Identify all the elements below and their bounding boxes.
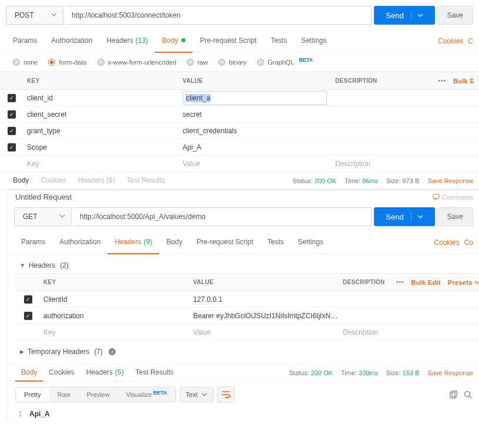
code-content: Api_A <box>29 410 479 418</box>
more-icon[interactable]: ••• <box>438 78 446 84</box>
copy-icon[interactable] <box>450 390 458 399</box>
radio-checked-icon <box>48 59 55 66</box>
checkbox-checked-icon[interactable]: ✓ <box>24 312 32 320</box>
resp-tab-cookies[interactable]: Cookies <box>43 364 80 382</box>
response-body[interactable]: 1 Api_A <box>8 407 479 420</box>
resp-tab-cookies[interactable]: Cookies <box>35 172 72 190</box>
resp-tab-tests[interactable]: Test Results <box>121 172 171 190</box>
view-raw[interactable]: Raw <box>49 388 79 402</box>
view-mode-tabs: Pretty Raw Preview VisualizeBETA <box>15 387 176 402</box>
search-icon[interactable] <box>464 390 472 399</box>
table-row[interactable]: ✓ authorization Bearer eyJhbGciOiJSUzI1N… <box>16 308 479 324</box>
tab-prerequest[interactable]: Pre-request Script <box>190 231 261 254</box>
code-link[interactable]: Co <box>464 238 473 247</box>
status-label: Status: 200 OK <box>292 177 336 184</box>
body-type-graphql[interactable]: GraphQLBETA <box>257 59 313 66</box>
status-label: Status: 200 OK <box>289 369 333 376</box>
view-pretty[interactable]: Pretty <box>16 388 49 402</box>
col-value: VALUE <box>179 78 332 84</box>
table-row-new[interactable]: Key Value Description <box>16 324 479 341</box>
save-response-link[interactable]: Save Response <box>427 369 473 376</box>
send-button[interactable]: Send <box>374 207 434 226</box>
resp-tab-headers[interactable]: Headers(5) <box>80 364 130 382</box>
wrap-lines-button[interactable] <box>217 386 235 403</box>
time-label: Time: 330ms <box>341 369 378 376</box>
tab-params[interactable]: Params <box>14 231 52 254</box>
col-desc: DESCRIPTION <box>332 78 409 84</box>
body-type-urlencoded[interactable]: x-www-form-urlencoded <box>97 59 177 66</box>
send-button[interactable]: Send <box>374 6 434 25</box>
tab-tests[interactable]: Tests <box>264 29 294 53</box>
body-type-binary[interactable]: binary <box>218 59 247 66</box>
radio-icon <box>187 59 194 66</box>
chevron-down-icon <box>474 279 479 285</box>
cookies-link[interactable]: Cookies <box>434 238 459 247</box>
tab-authorization[interactable]: Authorization <box>44 29 99 53</box>
svg-point-3 <box>465 392 470 397</box>
body-type-none[interactable]: none <box>13 59 38 66</box>
view-preview[interactable]: Preview <box>79 388 118 402</box>
save-button[interactable]: Save <box>437 6 473 25</box>
svg-rect-0 <box>433 194 439 198</box>
tab-headers[interactable]: Headers(9) <box>107 231 159 254</box>
tab-authorization[interactable]: Authorization <box>52 231 107 254</box>
url-input[interactable] <box>66 6 372 25</box>
table-row[interactable]: ✓ ClientId 127.0.0.1 <box>16 291 479 308</box>
table-row[interactable]: ✓ client_secret secret <box>0 106 479 123</box>
resp-tab-body[interactable]: Body <box>15 364 43 382</box>
checkbox-checked-icon[interactable]: ✓ <box>24 295 32 304</box>
tab-settings[interactable]: Settings <box>291 231 330 254</box>
save-button[interactable]: Save <box>437 207 473 226</box>
save-response-link[interactable]: Save Response <box>427 177 473 184</box>
view-visualize[interactable]: VisualizeBETA <box>118 388 176 402</box>
tab-params[interactable]: Params <box>6 29 44 53</box>
bulk-edit-link[interactable]: Bulk Edit <box>411 279 440 286</box>
table-row[interactable]: ✓ grant_type client_credentials <box>0 123 479 139</box>
size-label: Size: 873 B <box>386 177 419 184</box>
chevron-down-icon <box>201 392 207 398</box>
method-select[interactable]: POST <box>6 6 63 25</box>
table-row[interactable]: ✓ client_id client_a <box>0 90 479 106</box>
checkbox-checked-icon[interactable]: ✓ <box>8 127 16 135</box>
info-icon[interactable]: i <box>109 348 116 355</box>
headers-toggle[interactable]: ▼ Headers (2) <box>20 259 472 272</box>
comment-icon <box>433 194 440 201</box>
temp-headers-toggle[interactable]: ▶ Temporary Headers (7) i <box>20 345 472 358</box>
request-title: Untitled Request <box>15 193 72 201</box>
col-value: VALUE <box>190 279 339 285</box>
cookies-link[interactable]: Cookies <box>438 37 463 45</box>
resp-tab-tests[interactable]: Test Results <box>130 364 180 382</box>
chevron-down-icon <box>59 213 65 221</box>
chevron-down-icon <box>411 11 423 20</box>
resp-tab-body[interactable]: Body <box>7 172 35 190</box>
tab-headers[interactable]: Headers(13) <box>99 29 155 53</box>
col-key: KEY <box>40 279 190 285</box>
checkbox-checked-icon[interactable]: ✓ <box>8 94 16 102</box>
active-dot-icon <box>181 38 185 42</box>
table-row-new[interactable]: Key Value Description <box>0 156 479 172</box>
url-input[interactable] <box>74 207 372 226</box>
code-link[interactable]: C <box>468 37 473 45</box>
method-select[interactable]: GET <box>14 207 72 226</box>
body-type-raw[interactable]: raw <box>187 59 208 66</box>
checkbox-checked-icon[interactable]: ✓ <box>8 110 16 119</box>
tab-prerequest[interactable]: Pre-request Script <box>193 29 264 53</box>
tab-settings[interactable]: Settings <box>294 29 333 53</box>
presets-link[interactable]: Presets <box>448 279 479 286</box>
radio-icon <box>97 59 104 66</box>
resp-tab-headers[interactable]: Headers(6) <box>72 172 121 190</box>
radio-icon <box>257 59 264 66</box>
body-type-formdata[interactable]: form-data <box>48 59 86 66</box>
chevron-down-icon <box>411 213 423 221</box>
tab-tests[interactable]: Tests <box>260 231 291 254</box>
more-icon[interactable]: ••• <box>396 279 404 285</box>
checkbox-checked-icon[interactable]: ✓ <box>8 143 16 151</box>
line-number: 1 <box>8 410 29 418</box>
tab-body[interactable]: Body <box>155 29 193 53</box>
bulk-edit-link[interactable]: Bulk E <box>453 78 474 85</box>
tab-body[interactable]: Body <box>159 231 189 254</box>
comments-link[interactable]: Comments <box>433 194 473 201</box>
table-row[interactable]: ✓ Scope Api_A <box>0 139 479 156</box>
triangle-right-icon: ▶ <box>20 349 24 355</box>
format-select[interactable]: Text <box>180 387 214 402</box>
